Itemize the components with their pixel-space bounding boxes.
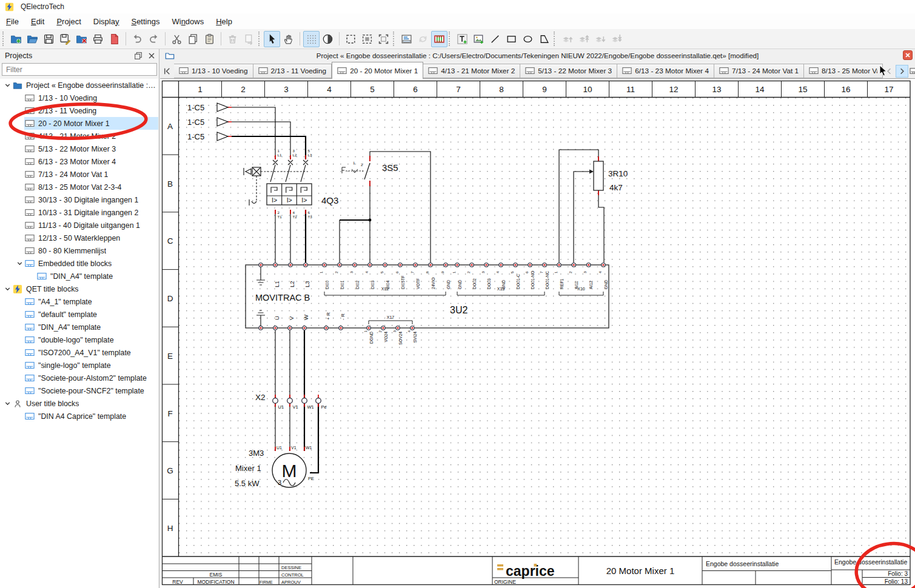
folio-tab[interactable]: 8/13 - 25 Motor Vat 2-3-4 — [804, 64, 883, 78]
folio-tab[interactable]: 6/13 - 23 Motor Mixer 4 — [617, 64, 714, 78]
folio-tab[interactable]: 4/13 - 21 Motor Mixer 2 — [423, 64, 520, 78]
expander-icon[interactable] — [2, 399, 12, 409]
terminal-dot — [602, 264, 604, 266]
tree-item[interactable]: 4/13 - 21 Motor Mixer 2 — [0, 130, 158, 142]
toolbar-button-terminal-strip[interactable] — [431, 31, 447, 47]
toolbar-button-background[interactable] — [320, 31, 336, 47]
terminal-label: VOTF — [416, 278, 420, 289]
add-folio-button[interactable] — [908, 65, 915, 78]
toolbar-button-sel-expand[interactable] — [359, 31, 375, 47]
tree-item[interactable]: 8/13 - 25 Motor Vat 2-3-4 — [0, 181, 158, 193]
terminal-dot — [399, 264, 401, 266]
toolbar-button-add-polygon[interactable] — [536, 31, 552, 47]
tree-item[interactable]: 30/13 - 30 Digitale ingangen 1 — [0, 193, 158, 206]
tree-item[interactable]: "DIN_A4" template — [0, 321, 158, 333]
toolbar-button-print[interactable] — [90, 31, 106, 47]
panel-float-icon[interactable] — [132, 50, 144, 61]
x2-terminal-label: W1 — [307, 404, 314, 410]
folio-tab[interactable]: 7/13 - 24 Motor Vat 1 — [714, 64, 804, 78]
menu-help[interactable]: Help — [210, 15, 238, 28]
folio-icon — [809, 66, 819, 76]
toolbar-button-add-rect[interactable] — [503, 31, 520, 47]
tree-item[interactable]: Project « Engobe dosseerinstallatie : ..… — [0, 79, 158, 92]
tree-item[interactable]: 6/13 - 23 Motor Mixer 4 — [0, 155, 158, 168]
menu-project[interactable]: Project — [50, 15, 87, 28]
tab-scroll-right-button[interactable] — [896, 65, 908, 78]
x2-terminal[interactable] — [273, 398, 278, 404]
column-header: 12 — [669, 85, 678, 94]
toolbar-button-undo[interactable] — [129, 31, 146, 47]
tree-item[interactable]: "ISO7200_A4_V1" template — [0, 346, 158, 359]
filter-input[interactable] — [2, 63, 157, 76]
x2-terminal[interactable] — [302, 398, 307, 404]
tree-item[interactable]: 11/13 - 40 Digitale uitgangen 1 — [0, 219, 158, 232]
tree-item[interactable]: "Societe-pour-SNCF2" template — [0, 384, 158, 397]
folio-tab[interactable]: 1/13 - 10 Voeding — [174, 64, 253, 78]
tree-item[interactable]: QET title blocks — [0, 282, 158, 295]
tree-item[interactable]: 1/13 - 10 Voeding — [0, 92, 158, 104]
folio-tab-active[interactable]: 20 - 20 Motor Mixer 1 — [332, 62, 423, 79]
folio-tab[interactable]: 5/13 - 22 Motor Mixer 3 — [520, 64, 617, 78]
toolbar-button-grid[interactable] — [303, 31, 320, 47]
tree-item[interactable]: "DIN A4 Caprice" template — [0, 410, 158, 423]
toolbar-button-add-image[interactable] — [471, 31, 487, 47]
terminal-label: DO02 — [472, 278, 477, 289]
menu-settings[interactable]: Settings — [125, 15, 166, 28]
toolbar-button-select-tool[interactable] — [264, 31, 280, 47]
toolbar-button-new-project[interactable] — [8, 31, 24, 47]
tree-item[interactable]: 2/13 - 11 Voeding — [0, 104, 158, 117]
tree-item[interactable]: "DIN_A4" template — [0, 270, 158, 282]
user-icon — [13, 399, 23, 408]
column-header: 2 — [241, 85, 246, 94]
toolbar-button-save[interactable] — [41, 31, 57, 47]
menu-file[interactable]: File — [0, 15, 25, 28]
toolbar-button-sel-dashed[interactable] — [343, 31, 359, 47]
expander-icon[interactable] — [2, 81, 12, 90]
tree-item[interactable]: "default" template — [0, 308, 158, 321]
tree-item[interactable]: "single-logo" template — [0, 359, 158, 372]
x2-terminal[interactable] — [287, 398, 293, 404]
toolbar-button-auto-conductor — [415, 31, 431, 47]
x2-terminal[interactable] — [316, 398, 321, 404]
toolbar-button-cut[interactable] — [169, 31, 185, 47]
toolbar-button-pan-tool[interactable] — [280, 31, 297, 47]
toolbar-button-add-ellipse[interactable] — [520, 31, 536, 47]
tree-item[interactable]: "Societe-pour-Alstom2" template — [0, 372, 158, 384]
terminal-label: DO01-NO — [531, 271, 535, 289]
expander-icon[interactable] — [2, 284, 12, 294]
toolbar-button-save-as[interactable] — [57, 31, 73, 47]
toolbar-button-close-file[interactable] — [73, 31, 90, 47]
menu-edit[interactable]: Edit — [25, 15, 50, 28]
breaker-terminal-number: 4 — [293, 210, 295, 215]
tab-scroll-first-button[interactable] — [160, 64, 174, 78]
menu-windows[interactable]: Windows — [166, 15, 210, 28]
expander-icon[interactable] — [15, 259, 24, 269]
tree-item-selected[interactable]: 20 - 20 Motor Mixer 1 — [0, 117, 158, 130]
tree-item[interactable]: 80 - 80 Klemmenlijst — [0, 244, 158, 257]
menu-display[interactable]: Display — [87, 15, 126, 28]
toolbar-button-folio-list[interactable] — [398, 31, 415, 47]
tree-item[interactable]: 12/13 - 50 Waterkleppen — [0, 232, 158, 244]
folio-canvas[interactable]: 1234567891011121314151617 ABCDEFGH — [160, 79, 915, 588]
toolbar-button-sel-corner[interactable] — [375, 31, 392, 47]
tree-item[interactable]: 10/13 - 31 Digitale ingangen 2 — [0, 206, 158, 219]
project-window-close-button[interactable]: ✕ — [903, 50, 913, 60]
panel-close-icon[interactable] — [146, 50, 157, 61]
tree-item[interactable]: 7/13 - 24 Motor Vat 1 — [0, 168, 158, 181]
tree-item[interactable]: "A4_1" template — [0, 295, 158, 308]
folio-tab[interactable]: 2/13 - 11 Voeding — [253, 64, 332, 78]
column-header: 9 — [542, 85, 547, 94]
toolbar-button-open-project[interactable] — [24, 31, 41, 47]
toolbar-button-add-text[interactable] — [454, 31, 471, 47]
tree-item[interactable]: "double-logo" template — [0, 333, 158, 346]
toolbar-button-paste[interactable] — [201, 31, 218, 47]
tree-item[interactable]: 5/13 - 22 Motor Mixer 3 — [0, 142, 158, 155]
toolbar-button-export-pdf[interactable] — [106, 31, 122, 47]
terminal-label: AI12 — [589, 281, 593, 289]
tree-item[interactable]: User title blocks — [0, 397, 158, 410]
terminal-number: 3 — [392, 330, 397, 332]
tree-item[interactable]: Embedded title blocks — [0, 257, 158, 270]
toolbar-button-copy[interactable] — [185, 31, 201, 47]
toolbar-button-add-line[interactable] — [487, 31, 503, 47]
toolbar-button-redo[interactable] — [146, 31, 162, 47]
